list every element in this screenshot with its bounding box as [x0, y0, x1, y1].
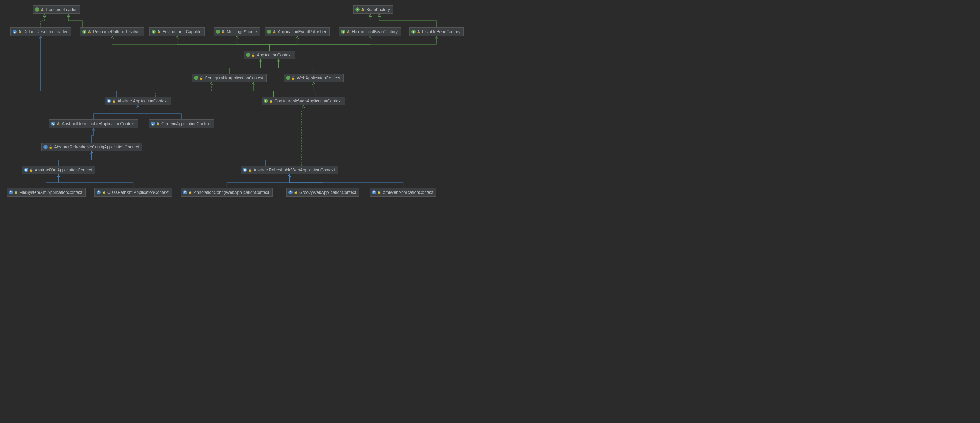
interface-icon: I: [267, 30, 271, 34]
node-ConfigurableWebApplicationContext[interactable]: I🔒ConfigurableWebApplicationContext: [262, 97, 345, 105]
edge-ApplicationContext-EnvironmentCapable: [177, 36, 270, 51]
edge-WebApplicationContext-ApplicationContext: [278, 59, 314, 74]
edge-ApplicationContext-HierarchicalBeanFactory: [270, 36, 370, 51]
edge-ResourcePatternResolver-ResourceLoader: [68, 14, 82, 27]
node-AbstractRefreshableConfigApplicationContext[interactable]: C🔒AbstractRefreshableConfigApplicationCo…: [41, 143, 142, 151]
node-ResourceLoader[interactable]: I🔒ResourceLoader: [33, 5, 80, 14]
lock-icon: 🔒: [188, 191, 192, 194]
lock-icon: 🔒: [272, 30, 276, 33]
edge-ListableBeanFactory-BeanFactory: [379, 14, 437, 27]
abstract-class-icon: C: [24, 168, 28, 172]
node-DefaultResourceLoader[interactable]: C🔒DefaultResourceLoader: [11, 27, 71, 36]
class-icon: C: [13, 30, 17, 34]
node-AbstractXmlApplicationContext[interactable]: C🔒AbstractXmlApplicationContext: [22, 166, 95, 174]
node-EnvironmentCapable[interactable]: I🔒EnvironmentCapable: [150, 27, 205, 36]
edge-FileSystemXmlApplicationContext-AbstractXmlApplicationContext: [46, 174, 59, 188]
node-label: ConfigurableWebApplicationContext: [274, 98, 342, 103]
interface-icon: I: [216, 30, 220, 34]
node-ListableBeanFactory[interactable]: I🔒ListableBeanFactory: [409, 27, 464, 36]
lock-icon: 🔒: [347, 30, 350, 33]
edge-XmlWebApplicationContext-AbstractRefreshableWebApplicationContext: [290, 174, 403, 188]
edge-ConfigurableApplicationContext-ApplicationContext: [229, 59, 261, 74]
node-label: ResourcePatternResolver: [93, 29, 141, 34]
lock-icon: 🔒: [251, 54, 255, 57]
node-GenericApplicationContext[interactable]: C🔒GenericApplicationContext: [149, 119, 214, 128]
node-BeanFactory[interactable]: I🔒BeanFactory: [353, 5, 393, 14]
node-label: AbstractApplicationContext: [118, 98, 168, 103]
node-ConfigurableApplicationContext[interactable]: I🔒ConfigurableApplicationContext: [192, 74, 267, 82]
node-label: AbstractXmlApplicationContext: [35, 168, 92, 173]
node-label: DefaultResourceLoader: [23, 29, 68, 34]
edge-ApplicationContext-ApplicationEventPublisher: [270, 36, 298, 51]
edge-AbstractXmlApplicationContext-AbstractRefreshableConfigApplicationContext: [59, 151, 92, 166]
interface-icon: I: [246, 53, 250, 57]
node-label: GenericApplicationContext: [161, 121, 211, 126]
node-label: ListableBeanFactory: [422, 29, 460, 34]
node-ApplicationEventPublisher[interactable]: I🔒ApplicationEventPublisher: [265, 27, 330, 36]
node-WebApplicationContext[interactable]: I🔒WebApplicationContext: [284, 74, 344, 82]
lock-icon: 🔒: [29, 168, 33, 172]
node-label: WebApplicationContext: [297, 76, 340, 80]
lock-icon: 🔒: [221, 30, 225, 33]
node-MessageSource[interactable]: I🔒MessageSource: [214, 27, 260, 36]
node-ApplicationContext[interactable]: I🔒ApplicationContext: [244, 51, 295, 59]
interface-icon: I: [341, 30, 345, 34]
node-label: FileSystemXmlApplicationContext: [19, 190, 82, 195]
edge-AbstractApplicationContext-ConfigurableApplicationContext: [156, 82, 212, 97]
node-label: HierarchicalBeanFactory: [352, 29, 398, 34]
node-label: BeanFactory: [366, 7, 390, 12]
abstract-class-icon: C: [243, 168, 247, 172]
node-HierarchicalBeanFactory[interactable]: I🔒HierarchicalBeanFactory: [339, 27, 401, 36]
class-icon: C: [372, 190, 376, 195]
node-ClassPathXmlApplicationContext[interactable]: C🔒ClassPathXmlApplicationContext: [94, 188, 172, 196]
class-icon: C: [9, 190, 13, 195]
lock-icon: 🔒: [361, 8, 364, 11]
node-label: EnvironmentCapable: [162, 29, 202, 34]
node-label: XmlWebApplicationContext: [383, 190, 433, 195]
lock-icon: 🔒: [57, 122, 60, 125]
class-icon: C: [183, 190, 187, 195]
lock-icon: 🔒: [294, 191, 298, 194]
lock-icon: 🔒: [88, 30, 91, 33]
edge-DefaultResourceLoader-ResourceLoader: [41, 14, 45, 27]
edge-HierarchicalBeanFactory-BeanFactory: [370, 14, 371, 27]
node-label: ClassPathXmlApplicationContext: [107, 190, 169, 195]
node-label: AbstractRefreshableWebApplicationContext: [253, 168, 335, 173]
class-icon: C: [288, 190, 293, 195]
node-AbstractRefreshableApplicationContext[interactable]: C🔒AbstractRefreshableApplicationContext: [49, 119, 138, 128]
abstract-class-icon: C: [51, 122, 55, 126]
edge-GroovyWebApplicationContext-AbstractRefreshableWebApplicationContext: [290, 174, 323, 188]
interface-icon: I: [264, 99, 268, 103]
interface-icon: I: [82, 30, 86, 34]
abstract-class-icon: C: [43, 145, 48, 149]
node-AbstractApplicationContext[interactable]: C🔒AbstractApplicationContext: [105, 97, 171, 105]
node-label: GroovyWebApplicationContext: [299, 190, 356, 195]
node-label: AbstractRefreshableApplicationContext: [62, 121, 135, 126]
node-XmlWebApplicationContext[interactable]: C🔒XmlWebApplicationContext: [370, 188, 436, 196]
class-icon: C: [97, 190, 101, 195]
node-AnnotationConfigWebApplicationContext[interactable]: C🔒AnnotationConfigWebApplicationContext: [181, 188, 273, 196]
interface-icon: I: [194, 76, 198, 80]
diagram-canvas: I🔒ResourceLoaderI🔒BeanFactoryC🔒DefaultRe…: [0, 0, 466, 203]
interface-icon: I: [151, 30, 156, 34]
node-label: ResourceLoader: [46, 7, 77, 12]
node-FileSystemXmlApplicationContext[interactable]: C🔒FileSystemXmlApplicationContext: [6, 188, 86, 196]
edge-ClassPathXmlApplicationContext-AbstractXmlApplicationContext: [59, 174, 133, 188]
lock-icon: 🔒: [417, 30, 420, 33]
interface-icon: I: [35, 8, 39, 12]
node-label: ApplicationEventPublisher: [278, 29, 326, 34]
node-GroovyWebApplicationContext[interactable]: C🔒GroovyWebApplicationContext: [286, 188, 360, 196]
node-label: AnnotationConfigWebApplicationContext: [194, 190, 269, 195]
lock-icon: 🔒: [291, 76, 295, 80]
lock-icon: 🔒: [49, 146, 52, 149]
lock-icon: 🔒: [248, 168, 252, 172]
edge-ApplicationContext-MessageSource: [237, 36, 270, 51]
node-AbstractRefreshableWebApplicationContext[interactable]: C🔒AbstractRefreshableWebApplicationConte…: [241, 166, 338, 174]
lock-icon: 🔒: [14, 191, 18, 194]
lock-icon: 🔒: [269, 100, 273, 103]
node-ResourcePatternResolver[interactable]: I🔒ResourcePatternResolver: [80, 27, 144, 36]
edge-AbstractRefreshableConfigApplicationContext-AbstractRefreshableApplicationContext: [92, 128, 94, 143]
edge-AbstractRefreshableWebApplicationContext-ConfigurableWebApplicationContext: [301, 105, 304, 166]
edge-AnnotationConfigWebApplicationContext-AbstractRefreshableWebApplicationContext: [227, 174, 290, 188]
edge-ApplicationContext-ListableBeanFactory: [270, 36, 437, 51]
